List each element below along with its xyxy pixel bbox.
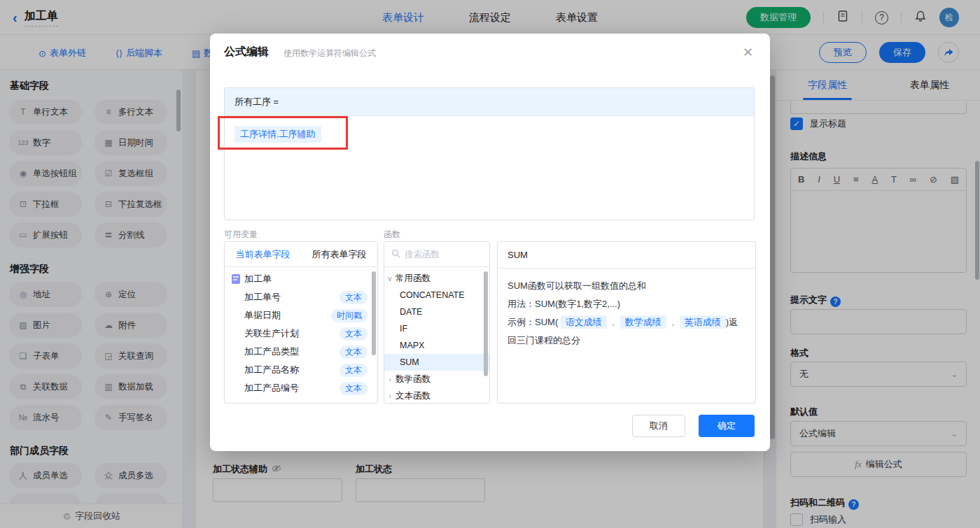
type-badge: 文本 [340,345,368,359]
tree-root[interactable]: 加工单 [225,270,377,288]
example-field-chip: 语文成绩 [561,315,607,329]
function-usage: 用法：SUM(数字1,数字2,...) [507,295,746,313]
variable-item[interactable]: 单据日期时间戳 [225,306,377,324]
variable-item[interactable]: 加工产品编号文本 [225,379,377,397]
type-badge: 文本 [340,382,368,395]
type-badge: 文本 [340,327,368,341]
variables-label: 可用变量 [224,229,258,241]
variable-item[interactable]: 加工单号文本 [225,288,377,306]
function-description: SUM函数可以获取一组数值的总和 [507,277,746,295]
functions-box: ∨常用函数 CONCATENATE DATE IF MAPX SUM ›数学函数… [384,241,490,404]
cancel-button[interactable]: 取消 [632,415,685,437]
function-search-input[interactable] [405,250,472,259]
variable-item[interactable]: 关联生产计划文本 [225,324,377,343]
variables-scrollbar[interactable] [372,271,376,355]
functions-scrollbar[interactable] [484,271,488,376]
example-field-chip: 数学成绩 [620,315,666,329]
variables-box: 当前表单字段 所有表单字段 加工单 加工单号文本 单据日期时间戳 关联生产计划文… [224,241,378,404]
tab-all-form-fields[interactable]: 所有表单字段 [301,242,377,266]
function-item[interactable]: MAPX [384,337,489,354]
function-group-common[interactable]: ∨常用函数 [384,270,489,287]
variable-item[interactable]: 加工产品名称文本 [225,361,377,379]
function-item-selected[interactable]: SUM [384,354,489,371]
function-group-text[interactable]: ›文本函数 [384,387,489,404]
formula-target: 所有工序 = [225,88,754,116]
functions-label: 函数 [384,229,400,241]
function-search[interactable] [384,242,489,267]
type-badge: 时间戳 [331,309,368,322]
modal-subtitle: 使用数学运算符编辑公式 [284,48,376,59]
annotation-highlight-rectangle [218,116,348,150]
variable-item[interactable] [225,397,377,404]
function-example: 示例：SUM( 语文成绩，数学成绩，英语成绩)返回三门课程的总分 [507,313,746,350]
close-icon[interactable]: ✕ [743,45,753,60]
tab-current-form-fields[interactable]: 当前表单字段 [225,242,301,266]
function-group-math[interactable]: ›数学函数 [384,371,489,387]
example-field-chip: 英语成绩 [680,315,726,329]
function-item[interactable]: IF [384,320,489,337]
variable-item[interactable]: 加工产品类型文本 [225,343,377,361]
type-badge: 文本 [340,364,368,377]
function-detail: SUM SUM函数可以获取一组数值的总和 用法：SUM(数字1,数字2,...)… [497,241,756,404]
search-icon [391,249,400,260]
form-doc-icon [232,274,240,284]
function-detail-title: SUM [498,242,755,269]
confirm-button[interactable]: 确定 [699,415,755,437]
formula-edit-modal: 公式编辑 使用数学运算符编辑公式 ✕ 所有工序 = 工序详情.工序辅助 可用变量… [210,34,770,451]
modal-title: 公式编辑 [224,45,269,59]
function-item[interactable]: DATE [384,304,489,320]
formula-editor[interactable]: 所有工序 = 工序详情.工序辅助 [224,87,755,220]
function-item[interactable]: CONCATENATE [384,287,489,304]
type-badge: 文本 [340,291,368,304]
